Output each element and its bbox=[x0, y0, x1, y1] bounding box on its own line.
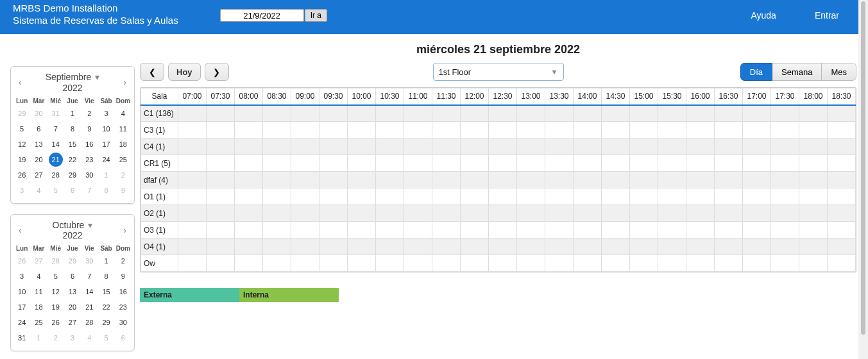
schedule-slot[interactable] bbox=[178, 238, 207, 255]
schedule-slot[interactable] bbox=[574, 105, 602, 122]
schedule-slot[interactable] bbox=[461, 255, 489, 272]
schedule-slot[interactable] bbox=[771, 172, 799, 188]
schedule-slot[interactable] bbox=[686, 255, 715, 272]
minical-day[interactable]: 3 bbox=[98, 106, 114, 121]
minical-day[interactable]: 29 bbox=[64, 253, 81, 269]
schedule-slot[interactable] bbox=[178, 155, 207, 172]
schedule-slot[interactable] bbox=[178, 105, 207, 122]
schedule-slot[interactable] bbox=[348, 205, 376, 222]
schedule-slot[interactable] bbox=[178, 188, 207, 205]
minical-day[interactable]: 9 bbox=[81, 121, 98, 137]
minical-day[interactable]: 14 bbox=[81, 284, 98, 299]
schedule-slot[interactable] bbox=[630, 122, 658, 138]
schedule-slot[interactable] bbox=[545, 238, 574, 255]
minical-day[interactable]: 24 bbox=[13, 315, 30, 330]
schedule-slot[interactable] bbox=[291, 238, 319, 255]
schedule-slot[interactable] bbox=[319, 155, 348, 172]
vertical-scrollbar[interactable] bbox=[858, 0, 868, 359]
minical-day[interactable]: 19 bbox=[47, 299, 64, 315]
minical-day[interactable]: 10 bbox=[98, 121, 114, 137]
schedule-slot[interactable] bbox=[771, 155, 799, 172]
schedule-slot[interactable] bbox=[630, 105, 658, 122]
minical-day[interactable]: 9 bbox=[115, 183, 132, 198]
schedule-slot[interactable] bbox=[574, 238, 602, 255]
schedule-slot[interactable] bbox=[489, 222, 517, 238]
next-day-button[interactable]: ❯ bbox=[205, 63, 229, 81]
schedule-slot[interactable] bbox=[291, 138, 319, 155]
minical-day[interactable]: 30 bbox=[115, 315, 132, 330]
schedule-slot[interactable] bbox=[658, 138, 686, 155]
minical-day[interactable]: 3 bbox=[13, 183, 30, 198]
schedule-slot[interactable] bbox=[178, 255, 207, 272]
schedule-slot[interactable] bbox=[545, 155, 574, 172]
schedule-slot[interactable] bbox=[686, 222, 715, 238]
scrollbar-thumb[interactable] bbox=[861, 1, 865, 335]
schedule-slot[interactable] bbox=[376, 205, 404, 222]
schedule-slot[interactable] bbox=[602, 172, 630, 188]
minical-day[interactable]: 26 bbox=[13, 253, 30, 269]
schedule-slot[interactable] bbox=[291, 172, 319, 188]
schedule-slot[interactable] bbox=[517, 205, 545, 222]
minical-day[interactable]: 18 bbox=[30, 299, 47, 315]
minical-day[interactable]: 23 bbox=[115, 299, 132, 315]
schedule-slot[interactable] bbox=[207, 122, 235, 138]
schedule-slot[interactable] bbox=[319, 255, 348, 272]
schedule-slot[interactable] bbox=[658, 188, 686, 205]
view-week-button[interactable]: Semana bbox=[772, 63, 822, 81]
minical-day[interactable]: 24 bbox=[98, 152, 114, 167]
minical-day[interactable]: 25 bbox=[30, 315, 47, 330]
minical-prev-icon[interactable]: ‹ bbox=[19, 77, 22, 87]
schedule-slot[interactable] bbox=[235, 222, 263, 238]
minical-day[interactable]: 28 bbox=[47, 253, 64, 269]
schedule-slot[interactable] bbox=[828, 172, 856, 188]
schedule-slot[interactable] bbox=[545, 222, 574, 238]
minical-next-icon[interactable]: › bbox=[123, 225, 126, 235]
schedule-slot[interactable] bbox=[376, 155, 404, 172]
schedule-slot[interactable] bbox=[799, 238, 828, 255]
minical-day[interactable]: 20 bbox=[64, 299, 81, 315]
schedule-slot[interactable] bbox=[743, 222, 771, 238]
minical-next-icon[interactable]: › bbox=[123, 77, 126, 87]
minical-day[interactable]: 29 bbox=[98, 315, 114, 330]
schedule-slot[interactable] bbox=[291, 255, 319, 272]
schedule-slot[interactable] bbox=[517, 138, 545, 155]
schedule-slot[interactable] bbox=[319, 172, 348, 188]
today-button[interactable]: Hoy bbox=[168, 63, 201, 81]
schedule-slot[interactable] bbox=[207, 172, 235, 188]
schedule-slot[interactable] bbox=[376, 238, 404, 255]
schedule-slot[interactable] bbox=[630, 138, 658, 155]
schedule-slot[interactable] bbox=[828, 122, 856, 138]
minical-day[interactable]: 12 bbox=[47, 284, 64, 299]
schedule-slot[interactable] bbox=[461, 205, 489, 222]
minical-day[interactable]: 27 bbox=[30, 253, 47, 269]
minical-day[interactable]: 18 bbox=[115, 137, 132, 152]
schedule-slot[interactable] bbox=[686, 188, 715, 205]
login-link[interactable]: Entrar bbox=[815, 10, 839, 21]
minical-day[interactable]: 20 bbox=[30, 152, 47, 167]
schedule-slot[interactable] bbox=[517, 255, 545, 272]
schedule-slot[interactable] bbox=[235, 105, 263, 122]
schedule-slot[interactable] bbox=[235, 205, 263, 222]
minical-day[interactable]: 5 bbox=[98, 330, 114, 346]
minical-day[interactable]: 31 bbox=[13, 330, 30, 346]
schedule-slot[interactable] bbox=[432, 238, 461, 255]
schedule-slot[interactable] bbox=[658, 155, 686, 172]
schedule-slot[interactable] bbox=[602, 122, 630, 138]
schedule-slot[interactable] bbox=[461, 172, 489, 188]
schedule-slot[interactable] bbox=[743, 155, 771, 172]
schedule-slot[interactable] bbox=[630, 222, 658, 238]
schedule-slot[interactable] bbox=[686, 238, 715, 255]
schedule-slot[interactable] bbox=[574, 222, 602, 238]
schedule-slot[interactable] bbox=[263, 172, 291, 188]
schedule-slot[interactable] bbox=[235, 172, 263, 188]
schedule-slot[interactable] bbox=[602, 238, 630, 255]
schedule-slot[interactable] bbox=[263, 105, 291, 122]
schedule-slot[interactable] bbox=[461, 105, 489, 122]
schedule-slot[interactable] bbox=[404, 138, 432, 155]
schedule-slot[interactable] bbox=[489, 172, 517, 188]
schedule-slot[interactable] bbox=[432, 155, 461, 172]
schedule-slot[interactable] bbox=[630, 255, 658, 272]
schedule-slot[interactable] bbox=[432, 172, 461, 188]
minical-day[interactable]: 2 bbox=[115, 167, 132, 183]
prev-day-button[interactable]: ❮ bbox=[140, 63, 164, 81]
